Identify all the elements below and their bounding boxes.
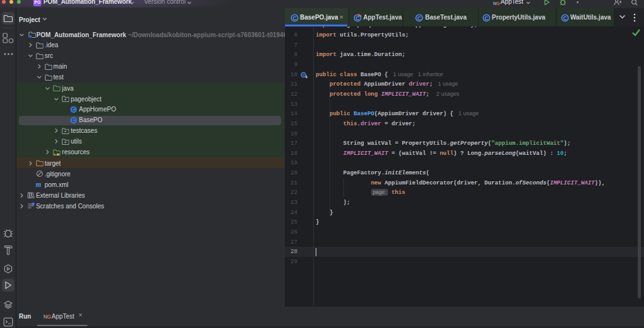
svg-text:C: C	[417, 15, 421, 21]
svg-text:C: C	[292, 15, 296, 21]
svg-text:C: C	[484, 15, 488, 21]
svg-text:C: C	[72, 106, 75, 113]
svg-text:G: G	[47, 314, 52, 320]
svg-text:G: G	[496, 1, 500, 6]
svg-text:m: m	[36, 181, 42, 188]
svg-text:C: C	[72, 117, 75, 123]
svg-text:C: C	[563, 15, 567, 21]
